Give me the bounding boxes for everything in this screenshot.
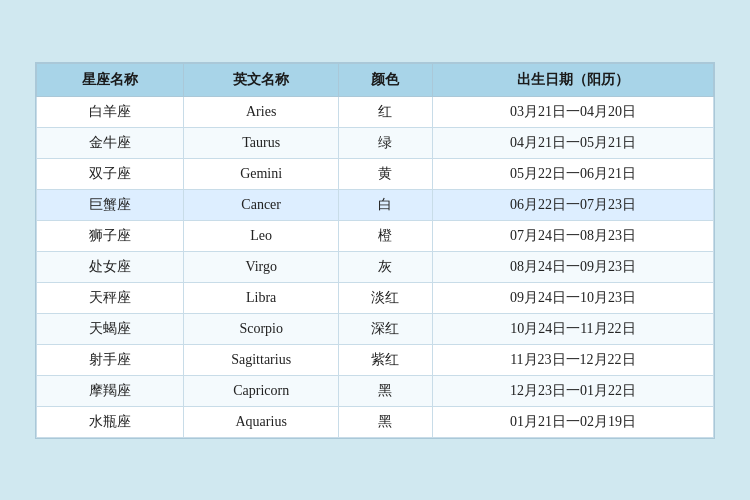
table-cell: 10月24日一11月22日 [432,313,713,344]
table-cell: 红 [339,96,433,127]
table-row: 处女座Virgo灰08月24日一09月23日 [37,251,714,282]
table-cell: 01月21日一02月19日 [432,406,713,437]
table-cell: Sagittarius [184,344,339,375]
table-row: 巨蟹座Cancer白06月22日一07月23日 [37,189,714,220]
table-cell: 07月24日一08月23日 [432,220,713,251]
table-cell: Scorpio [184,313,339,344]
table-cell: 淡红 [339,282,433,313]
table-row: 射手座Sagittarius紫红11月23日一12月22日 [37,344,714,375]
table-cell: 狮子座 [37,220,184,251]
table-cell: 双子座 [37,158,184,189]
zodiac-table-wrapper: 星座名称英文名称颜色出生日期（阳历） 白羊座Aries红03月21日一04月20… [35,62,715,439]
table-header-cell: 出生日期（阳历） [432,63,713,96]
table-cell: Capricorn [184,375,339,406]
table-row: 天秤座Libra淡红09月24日一10月23日 [37,282,714,313]
table-cell: 黄 [339,158,433,189]
table-row: 水瓶座Aquarius黑01月21日一02月19日 [37,406,714,437]
table-cell: 04月21日一05月21日 [432,127,713,158]
table-row: 狮子座Leo橙07月24日一08月23日 [37,220,714,251]
table-row: 白羊座Aries红03月21日一04月20日 [37,96,714,127]
table-cell: Gemini [184,158,339,189]
table-cell: 05月22日一06月21日 [432,158,713,189]
table-cell: 绿 [339,127,433,158]
table-cell: Aquarius [184,406,339,437]
table-header-cell: 英文名称 [184,63,339,96]
table-row: 双子座Gemini黄05月22日一06月21日 [37,158,714,189]
table-cell: 黑 [339,406,433,437]
table-cell: 06月22日一07月23日 [432,189,713,220]
table-row: 摩羯座Capricorn黑12月23日一01月22日 [37,375,714,406]
table-cell: 天蝎座 [37,313,184,344]
table-cell: 白 [339,189,433,220]
table-cell: 处女座 [37,251,184,282]
table-row: 天蝎座Scorpio深红10月24日一11月22日 [37,313,714,344]
table-cell: 灰 [339,251,433,282]
table-cell: 摩羯座 [37,375,184,406]
table-cell: 12月23日一01月22日 [432,375,713,406]
table-cell: 深红 [339,313,433,344]
table-row: 金牛座Taurus绿04月21日一05月21日 [37,127,714,158]
table-cell: 金牛座 [37,127,184,158]
table-cell: Cancer [184,189,339,220]
table-cell: 黑 [339,375,433,406]
table-cell: 水瓶座 [37,406,184,437]
table-cell: 03月21日一04月20日 [432,96,713,127]
table-cell: Taurus [184,127,339,158]
table-header-row: 星座名称英文名称颜色出生日期（阳历） [37,63,714,96]
table-cell: 紫红 [339,344,433,375]
table-cell: 射手座 [37,344,184,375]
table-cell: Virgo [184,251,339,282]
table-header-cell: 星座名称 [37,63,184,96]
table-cell: 巨蟹座 [37,189,184,220]
table-header-cell: 颜色 [339,63,433,96]
table-cell: 09月24日一10月23日 [432,282,713,313]
table-cell: Aries [184,96,339,127]
table-cell: 11月23日一12月22日 [432,344,713,375]
table-cell: 白羊座 [37,96,184,127]
table-cell: 橙 [339,220,433,251]
zodiac-table: 星座名称英文名称颜色出生日期（阳历） 白羊座Aries红03月21日一04月20… [36,63,714,438]
table-cell: Leo [184,220,339,251]
table-cell: 天秤座 [37,282,184,313]
table-cell: 08月24日一09月23日 [432,251,713,282]
table-cell: Libra [184,282,339,313]
